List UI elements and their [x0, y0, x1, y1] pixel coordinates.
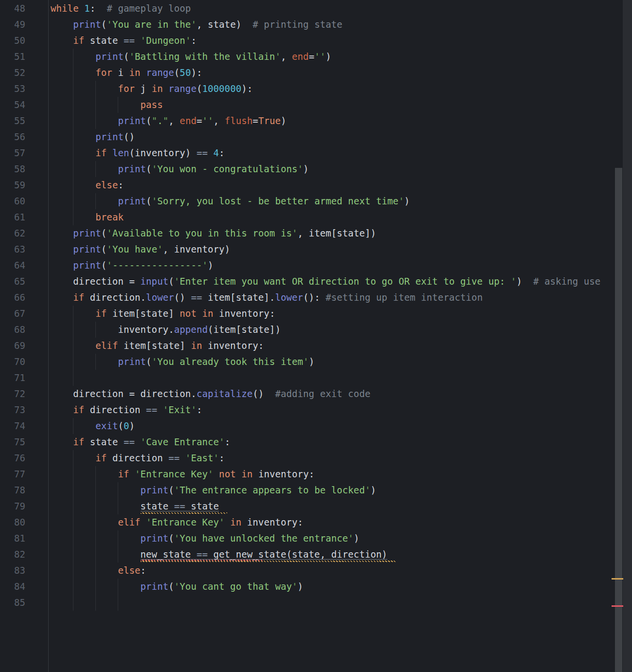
scrollbar-thumb[interactable]	[615, 168, 622, 672]
code-line[interactable]: 75 if state == 'Cave Entrance':	[0, 434, 632, 450]
code-line[interactable]: 60 print('Sorry, you lost - be better ar…	[0, 193, 632, 209]
token-pl	[51, 212, 95, 222]
line-number[interactable]: 48	[0, 0, 25, 17]
line-number[interactable]: 49	[0, 17, 25, 33]
token-q: "	[163, 115, 169, 126]
line-number[interactable]: 78	[0, 482, 25, 498]
code-line[interactable]: 54 pass	[0, 97, 632, 113]
code-line[interactable]: 78 print('The entrance appears to be loc…	[0, 482, 632, 498]
code-line[interactable]: 80 elif 'Entrance Key' in inventory:	[0, 514, 632, 530]
line-number[interactable]: 66	[0, 290, 25, 306]
token-op: ==	[174, 501, 185, 511]
code-line[interactable]: 56 print()	[0, 129, 632, 145]
overview-ruler[interactable]	[623, 0, 632, 672]
token-pl: :	[219, 147, 225, 158]
code-line[interactable]: 72 direction = direction.capitalize() #a…	[0, 386, 632, 402]
line-number[interactable]: 52	[0, 65, 25, 81]
line-number[interactable]: 56	[0, 129, 25, 145]
token-pl	[135, 35, 141, 46]
code-line[interactable]: 62 print('Available to you in this room …	[0, 225, 632, 241]
line-number[interactable]: 73	[0, 402, 25, 418]
line-number[interactable]: 54	[0, 97, 25, 113]
code-line[interactable]: 71	[0, 370, 632, 386]
line-number[interactable]: 83	[0, 563, 25, 579]
line-number[interactable]: 81	[0, 530, 25, 546]
code-line[interactable]: 76 if direction == 'East':	[0, 450, 632, 466]
line-number[interactable]: 51	[0, 49, 25, 65]
code-line[interactable]: 84 print('You cant go that way')	[0, 579, 632, 595]
line-number[interactable]: 68	[0, 322, 25, 338]
line-number[interactable]: 63	[0, 241, 25, 257]
code-line[interactable]: 61 break	[0, 209, 632, 225]
code-line[interactable]: 52 for i in range(50):	[0, 65, 632, 81]
line-number[interactable]: 71	[0, 370, 25, 386]
code-text: for j in range(1000000):	[51, 81, 253, 97]
line-number[interactable]: 62	[0, 225, 25, 241]
code-line[interactable]: 66 if direction.lower() == item[state].l…	[0, 290, 632, 306]
line-number[interactable]: 72	[0, 386, 25, 402]
code-line[interactable]: 64 print('----------------')	[0, 257, 632, 273]
token-str: Battling with the villain	[135, 51, 275, 62]
code-line[interactable]: 51 print('Battling with the villain', en…	[0, 49, 632, 65]
token-q: '	[107, 260, 112, 271]
code-line[interactable]: 50 if state == 'Dungeon':	[0, 33, 632, 49]
line-number[interactable]: 84	[0, 579, 25, 595]
code-line[interactable]: 83 else:	[0, 563, 632, 579]
line-number[interactable]: 76	[0, 450, 25, 466]
code-line[interactable]: 69 elif item[state] in inventory:	[0, 338, 632, 354]
code-line[interactable]: 53 for j in range(1000000):	[0, 81, 632, 97]
token-pl: :	[197, 404, 202, 415]
line-number[interactable]: 74	[0, 418, 25, 434]
line-number[interactable]: 75	[0, 434, 25, 450]
line-number[interactable]: 80	[0, 514, 25, 530]
line-number[interactable]: 61	[0, 209, 25, 225]
token-q: '	[275, 51, 281, 62]
token-pl	[51, 533, 141, 544]
code-line[interactable]: 68 inventory.append(item[state])	[0, 322, 632, 338]
code-line[interactable]: 49 print('You are in the', state) # prin…	[0, 17, 632, 33]
token-q: '	[292, 581, 298, 592]
code-line[interactable]: 79 state == state	[0, 498, 632, 514]
token-op: ==	[146, 404, 157, 415]
code-line[interactable]: 48while 1: # gameplay loop	[0, 0, 632, 17]
line-number[interactable]: 58	[0, 161, 25, 177]
line-number[interactable]: 69	[0, 338, 25, 354]
line-number[interactable]: 85	[0, 595, 25, 611]
code-line[interactable]: 59 else:	[0, 177, 632, 193]
code-line[interactable]: 81 print('You have unlocked the entrance…	[0, 530, 632, 546]
line-number[interactable]: 82	[0, 546, 25, 563]
code-line[interactable]: 85	[0, 595, 632, 611]
code-line[interactable]: 67 if item[state] not in inventory:	[0, 306, 632, 322]
line-number[interactable]: 60	[0, 193, 25, 209]
code-line[interactable]: 63 print('You have', inventory)	[0, 241, 632, 257]
code-line[interactable]: 74 exit(0)	[0, 418, 632, 434]
code-line[interactable]: 82 new_state == get_new_state(state, dir…	[0, 546, 632, 563]
code-line[interactable]: 57 if len(inventory) == 4:	[0, 145, 632, 161]
line-number[interactable]: 77	[0, 466, 25, 482]
code-line[interactable]: 70 print('You already took this item')	[0, 354, 632, 370]
token-str: Cave Entrance	[146, 436, 219, 447]
line-number[interactable]: 50	[0, 33, 25, 49]
line-number[interactable]: 65	[0, 273, 25, 290]
code-text: exit(0)	[51, 418, 135, 434]
line-number[interactable]: 64	[0, 257, 25, 273]
line-number[interactable]: 70	[0, 354, 25, 370]
code-text: print('You are in the', state) # printin…	[51, 17, 343, 33]
token-pl: , inventory)	[163, 244, 230, 254]
token-kw: break	[95, 212, 124, 222]
code-line[interactable]: 77 if 'Entrance Key' not in inventory:	[0, 466, 632, 482]
line-number[interactable]: 79	[0, 498, 25, 514]
line-number[interactable]: 59	[0, 177, 25, 193]
line-number[interactable]: 57	[0, 145, 25, 161]
line-number[interactable]: 67	[0, 306, 25, 322]
code-line[interactable]: 58 print('You won - congratulations')	[0, 161, 632, 177]
code-line[interactable]: 73 if direction == 'Exit':	[0, 402, 632, 418]
line-number[interactable]: 55	[0, 113, 25, 129]
token-pl	[51, 131, 95, 142]
code-line[interactable]: 65 direction = input('Enter item you wan…	[0, 273, 632, 290]
code-line[interactable]: 55 print(".", end='', flush=True)	[0, 113, 632, 129]
line-number[interactable]: 53	[0, 81, 25, 97]
token-pl: direction = direction.	[51, 388, 197, 399]
token-q: '	[146, 517, 152, 527]
token-pl: j	[135, 83, 152, 94]
